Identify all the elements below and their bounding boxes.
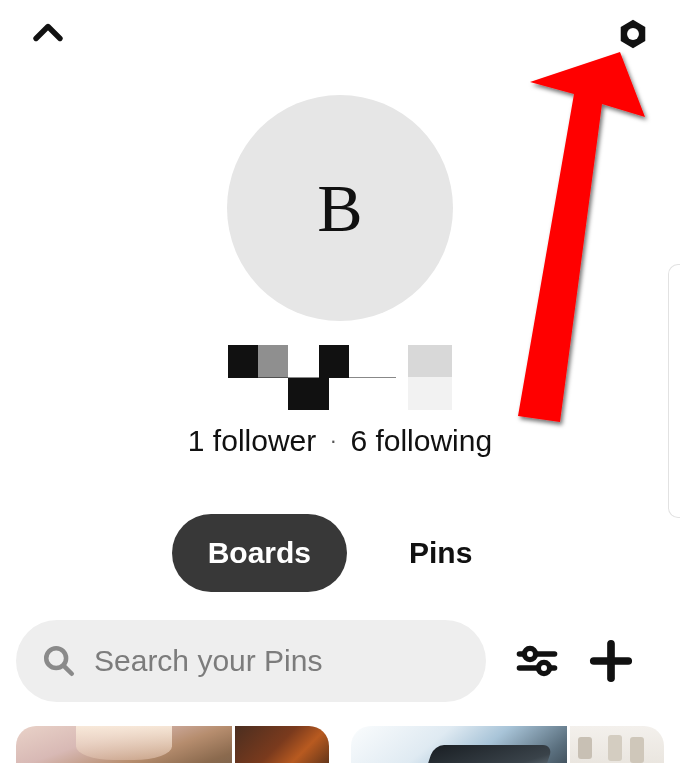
- board-cover-image: [351, 726, 567, 763]
- board-thumbnail: [235, 726, 329, 763]
- board-card[interactable]: [351, 726, 664, 763]
- avatar-section: B: [0, 95, 680, 321]
- board-cover-image: [16, 726, 232, 763]
- following-link[interactable]: 6 following: [350, 424, 492, 458]
- svg-line-3: [64, 666, 72, 674]
- followers-link[interactable]: 1 follower: [188, 424, 316, 458]
- search-icon: [42, 644, 76, 678]
- search-box[interactable]: [16, 620, 486, 702]
- tab-pins[interactable]: Pins: [373, 514, 508, 592]
- plus-icon: [588, 638, 634, 684]
- separator-dot: ·: [330, 428, 336, 454]
- board-card[interactable]: [16, 726, 329, 763]
- sliders-icon: [516, 640, 558, 682]
- tab-boards[interactable]: Boards: [172, 514, 347, 592]
- profile-tabs: Boards Pins: [0, 514, 680, 592]
- board-thumbnails: [570, 726, 664, 763]
- settings-button[interactable]: [616, 17, 650, 55]
- chevron-up-icon: [30, 16, 66, 52]
- stats-row: 1 follower · 6 following: [0, 424, 680, 458]
- avatar-initial: B: [317, 169, 362, 248]
- side-handle[interactable]: [668, 264, 680, 518]
- avatar[interactable]: B: [227, 95, 453, 321]
- svg-point-5: [524, 648, 535, 659]
- svg-point-1: [627, 28, 639, 40]
- collapse-button[interactable]: [30, 16, 66, 56]
- add-button[interactable]: [588, 638, 634, 684]
- top-bar: [0, 0, 680, 60]
- search-input[interactable]: [94, 644, 460, 678]
- search-row: [0, 620, 680, 702]
- board-thumbnail: [570, 726, 664, 763]
- redacted-block: [408, 345, 452, 410]
- username-redacted: [0, 345, 680, 410]
- svg-point-7: [538, 662, 549, 673]
- gear-icon: [616, 17, 650, 51]
- filter-button[interactable]: [516, 640, 558, 682]
- redacted-block: [228, 345, 396, 410]
- boards-grid: [0, 702, 680, 763]
- board-thumbnails: [235, 726, 329, 763]
